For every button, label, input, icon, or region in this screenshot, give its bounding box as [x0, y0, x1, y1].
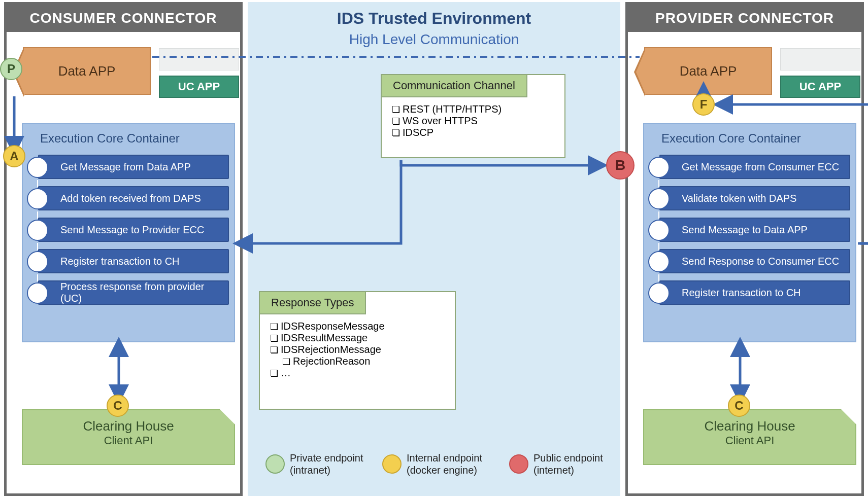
legend-private: Private endpoint (intranet): [265, 452, 371, 476]
clearing-sub: Client API: [23, 434, 234, 447]
step-label: Send Response to Consumer ECC: [682, 256, 839, 267]
provider-step: Send Response to Consumer ECC: [659, 249, 850, 273]
public-endpoint-icon: [509, 454, 528, 474]
step-dot-icon: [27, 157, 48, 178]
comm-item: WS over HTTPS: [392, 115, 564, 127]
clearing-title: Clearing House: [23, 418, 234, 434]
provider-step: Register transaction to CH: [659, 280, 850, 305]
consumer-ecc-title: Execution Core Container: [40, 131, 229, 146]
consumer-data-app: Data APP: [23, 47, 151, 95]
provider-ecc-title: Execution Core Container: [661, 131, 850, 146]
private-endpoint-icon: [265, 454, 285, 474]
step-label: Get Message from Data APP: [60, 161, 191, 173]
consumer-step: Process response from provider (UC): [38, 280, 229, 305]
communication-channel-box: Communication Channel REST (HTTP/HTTPS) …: [381, 74, 565, 158]
environment-title: IDS Trusted Environment: [248, 9, 620, 28]
legend-label: Public endpoint (internet): [533, 452, 615, 476]
provider-ecc: Execution Core Container Get Message fro…: [643, 123, 856, 342]
provider-uc-app: UC APP: [780, 76, 860, 98]
internal-endpoint-icon: [382, 454, 402, 474]
provider-clearing-house: Clearing House Client API: [643, 409, 856, 465]
provider-header: PROVIDER CONNECTOR: [628, 5, 861, 32]
badge-c-provider: C: [728, 395, 750, 417]
badge-a-consumer: A: [3, 145, 25, 167]
legend-label: Internal endpoint (docker engine): [407, 452, 498, 476]
environment-subtitle: High Level Communication: [248, 31, 620, 48]
step-dot-icon: [648, 282, 670, 304]
response-types-header: Response Types: [259, 291, 366, 314]
consumer-clearing-house: Clearing House Client API: [22, 409, 235, 465]
step-dot-icon: [27, 251, 48, 272]
legend-public: Public endpoint (internet): [509, 452, 615, 476]
response-types-box: Response Types IDSResponseMessage IDSRes…: [259, 291, 456, 410]
clearing-title: Clearing House: [644, 418, 855, 434]
provider-step: Get Message from Consumer ECC: [659, 155, 850, 179]
badge-f: F: [692, 93, 715, 116]
step-dot-icon: [648, 220, 670, 241]
resp-item: IDSResponseMessage: [270, 321, 455, 332]
step-label: Add token received from DAPS: [60, 193, 201, 204]
legend: Private endpoint (intranet) Internal end…: [260, 441, 620, 487]
consumer-header: CONSUMER CONNECTOR: [7, 5, 240, 32]
resp-item: IDSRejectionMessage: [270, 344, 455, 355]
legend-internal: Internal endpoint (docker engine): [382, 452, 498, 476]
step-label: Process response from provider (UC): [60, 281, 228, 304]
step-dot-icon: [648, 188, 670, 209]
resp-sub-item: RejectionReason: [282, 355, 455, 367]
step-dot-icon: [648, 251, 670, 272]
consumer-ecc: Execution Core Container Get Message fro…: [22, 123, 235, 342]
step-label: Send Message to Data APP: [682, 224, 808, 236]
provider-step: Validate token with DAPS: [659, 186, 850, 210]
consumer-step: Add token received from DAPS: [38, 186, 229, 210]
step-dot-icon: [648, 157, 670, 178]
badge-p: P: [0, 58, 22, 80]
consumer-step: Get Message from Data APP: [38, 155, 229, 179]
provider-step: Send Message to Data APP: [659, 218, 850, 242]
resp-more: …: [270, 367, 455, 379]
consumer-uc-app: UC APP: [159, 76, 239, 98]
provider-stub: [780, 48, 860, 70]
legend-label: Private endpoint (intranet): [290, 452, 371, 476]
step-dot-icon: [27, 188, 48, 209]
resp-item: IDSResultMessage: [270, 332, 455, 344]
step-label: Send Message to Provider ECC: [60, 224, 204, 236]
comm-channel-header: Communication Channel: [381, 74, 527, 97]
comm-item: REST (HTTP/HTTPS): [392, 103, 564, 115]
consumer-step: Send Message to Provider ECC: [38, 218, 229, 242]
step-dot-icon: [27, 220, 48, 241]
step-label: Validate token with DAPS: [682, 193, 796, 204]
provider-connector: PROVIDER CONNECTOR Data APP UC APP Execu…: [625, 2, 864, 496]
clearing-sub: Client API: [644, 434, 855, 447]
step-label: Register transaction to CH: [682, 287, 801, 299]
step-dot-icon: [27, 282, 48, 304]
step-label: Get Message from Consumer ECC: [682, 161, 839, 173]
comm-item: IDSCP: [392, 127, 564, 138]
badge-c-consumer: C: [107, 395, 129, 417]
consumer-connector: CONSUMER CONNECTOR Data APP UC APP Execu…: [4, 2, 243, 496]
consumer-step: Register transaction to CH: [38, 249, 229, 273]
badge-b: B: [606, 151, 635, 180]
provider-data-app: Data APP: [644, 47, 772, 95]
consumer-stub: [159, 48, 239, 70]
step-label: Register transaction to CH: [60, 256, 180, 267]
